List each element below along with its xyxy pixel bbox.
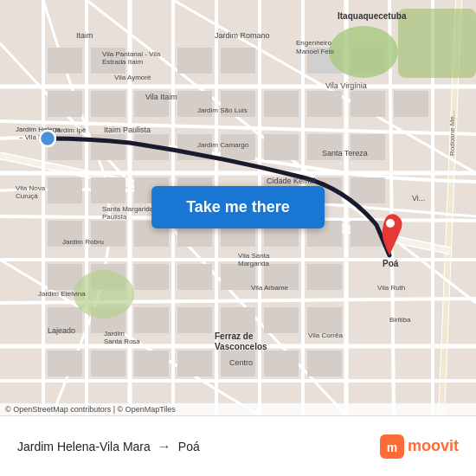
svg-text:Vila Pantanal - Vila: Vila Pantanal - Vila xyxy=(102,50,161,58)
svg-text:Jardim Robru: Jardim Robru xyxy=(62,238,104,246)
svg-text:Jardim Camargo: Jardim Camargo xyxy=(197,141,249,149)
route-info: Jardim Helena-Vila Mara → Poá xyxy=(17,439,380,454)
svg-text:Vi...: Vi... xyxy=(412,194,425,203)
svg-rect-38 xyxy=(264,91,299,117)
svg-rect-78 xyxy=(307,307,342,333)
moovit-text: moovit xyxy=(408,437,459,455)
svg-text:Itaim Paulista: Itaim Paulista xyxy=(104,125,151,134)
svg-text:Vila Itaim: Vila Itaim xyxy=(145,93,177,101)
svg-text:Jardim: Jardim xyxy=(104,330,125,338)
svg-text:Biritiba: Biritiba xyxy=(389,316,411,324)
svg-text:Jardim Romano: Jardim Romano xyxy=(215,31,270,40)
svg-text:Santa Rosa: Santa Rosa xyxy=(104,338,140,345)
svg-rect-67 xyxy=(134,264,169,290)
footer-bar: Jardim Helena-Vila Mara → Poá m moovit xyxy=(0,415,476,476)
footer-origin: Jardim Helena-Vila Mara xyxy=(17,440,151,453)
take-me-there-button[interactable]: Take me there xyxy=(151,186,325,228)
svg-text:Vila Arbame: Vila Arbame xyxy=(251,284,289,292)
svg-rect-88 xyxy=(398,9,476,78)
svg-rect-79 xyxy=(48,351,82,376)
svg-text:Vila Aymoré: Vila Aymoré xyxy=(114,74,151,81)
svg-rect-56 xyxy=(351,177,385,203)
svg-text:m: m xyxy=(387,441,397,454)
svg-rect-76 xyxy=(221,307,255,333)
svg-text:Vasconcelos: Vasconcelos xyxy=(215,342,267,351)
svg-rect-27 xyxy=(48,48,82,74)
svg-rect-68 xyxy=(177,264,212,290)
svg-rect-39 xyxy=(307,91,342,117)
svg-text:Lajeado: Lajeado xyxy=(48,326,75,335)
svg-text:Estrada Itaim: Estrada Itaim xyxy=(102,58,143,66)
svg-rect-47 xyxy=(264,134,299,160)
svg-text:Vila Virgínia: Vila Virgínia xyxy=(325,81,367,90)
svg-text:Vila Corrêa: Vila Corrêa xyxy=(308,331,343,339)
svg-text:Ferraz de: Ferraz de xyxy=(215,331,254,341)
svg-rect-30 xyxy=(221,48,255,74)
svg-rect-71 xyxy=(307,264,342,290)
svg-rect-77 xyxy=(264,307,299,333)
svg-text:Itaim: Itaim xyxy=(76,31,93,40)
svg-rect-41 xyxy=(394,91,428,117)
svg-text:Manoel Feio: Manoel Feio xyxy=(296,48,335,55)
svg-rect-69 xyxy=(221,264,255,290)
svg-text:Poá: Poá xyxy=(383,259,399,268)
svg-rect-85 xyxy=(307,351,342,376)
svg-rect-50 xyxy=(48,177,82,203)
svg-rect-75 xyxy=(177,307,212,333)
svg-text:Vila Ruth: Vila Ruth xyxy=(377,284,405,292)
svg-rect-74 xyxy=(134,307,169,333)
svg-rect-40 xyxy=(351,91,385,117)
svg-rect-29 xyxy=(177,48,212,74)
svg-text:Cidade Kemel: Cidade Kemel xyxy=(267,177,316,185)
footer-destination: Poá xyxy=(178,440,200,453)
svg-rect-80 xyxy=(91,351,125,376)
svg-rect-51 xyxy=(91,177,125,203)
svg-rect-82 xyxy=(177,351,212,376)
svg-text:Vila Santa: Vila Santa xyxy=(238,252,270,260)
svg-text:Curuçá: Curuçá xyxy=(16,192,38,200)
svg-rect-33 xyxy=(48,91,82,117)
svg-rect-81 xyxy=(134,351,169,376)
moovit-icon: m xyxy=(380,434,404,459)
svg-text:Itaquaquecetuba: Itaquaquecetuba xyxy=(338,11,407,21)
svg-text:Jardim Ipê: Jardim Ipê xyxy=(54,126,87,134)
svg-text:Centro: Centro xyxy=(229,358,253,367)
map-container: Itaquaquecetuba Itaim Jardim Helena – Vi… xyxy=(0,0,476,415)
route-arrow-icon: → xyxy=(158,439,171,454)
svg-text:Rodoane Me...: Rodoane Me... xyxy=(448,111,456,156)
svg-rect-34 xyxy=(91,91,125,117)
moovit-logo: m moovit xyxy=(380,434,459,459)
svg-text:Vila Nova: Vila Nova xyxy=(16,184,46,192)
svg-text:Paulista: Paulista xyxy=(102,213,127,221)
svg-text:Santa Tereza: Santa Tereza xyxy=(322,149,368,158)
svg-point-130 xyxy=(386,219,395,228)
svg-text:Margarida: Margarida xyxy=(238,260,270,267)
svg-point-87 xyxy=(329,26,398,78)
map-attribution: © OpenStreetMap contributors | © OpenMap… xyxy=(0,403,476,415)
svg-text:Santa Margarida: Santa Margarida xyxy=(102,205,154,213)
svg-rect-84 xyxy=(264,351,299,376)
svg-text:Engenheiro: Engenheiro xyxy=(296,39,331,47)
svg-text:Jardim Etelvina: Jardim Etelvina xyxy=(38,290,86,298)
svg-text:Jardim São Luís: Jardim São Luís xyxy=(197,106,248,114)
svg-point-129 xyxy=(40,131,55,146)
